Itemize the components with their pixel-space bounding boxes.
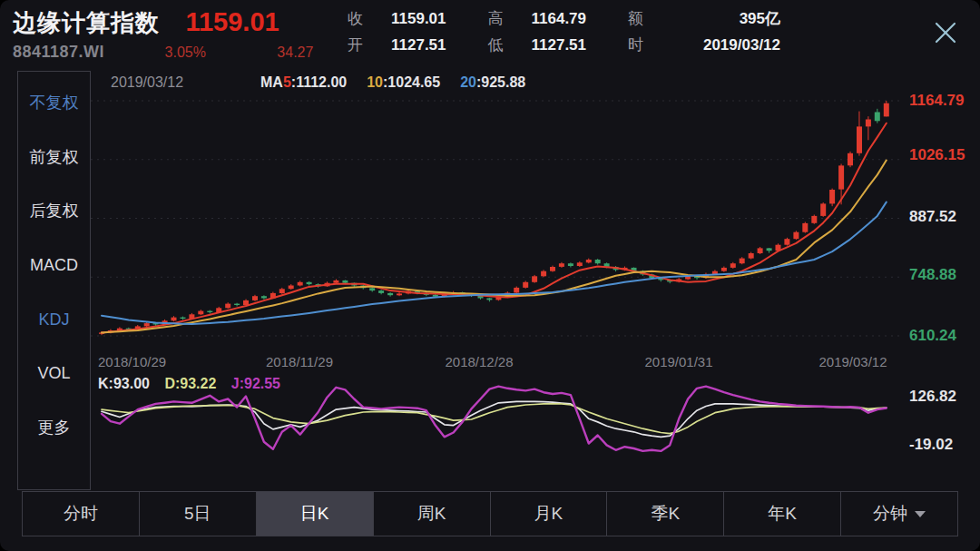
tab-yearly-k[interactable]: 年K (723, 492, 840, 536)
y-axis-label: 1026.15 (909, 146, 980, 164)
kdj-axis-label-max: 126.82 (909, 388, 980, 406)
kdj-axis-label-min: -19.02 (909, 436, 980, 454)
x-axis-date: 2019/01/31 (644, 354, 712, 369)
tab-minutes[interactable]: 分钟 (840, 492, 957, 536)
stat-value: 1127.51 (532, 35, 587, 55)
cursor-date: 2019/03/12 (111, 74, 183, 91)
kdj-legend: K:93.00 D:93.22 J:92.55 (98, 376, 291, 392)
sidebar-item-no-adjust[interactable]: 不复权 (18, 92, 90, 113)
tab-label: 月K (534, 502, 564, 526)
sidebar-item-vol[interactable]: VOL (18, 362, 90, 384)
sidebar: 不复权 前复权 后复权 MACD KDJ VOL 更多 (17, 71, 91, 490)
stat-label: 开 (348, 35, 391, 55)
sidebar-item-more[interactable]: 更多 (18, 417, 90, 438)
index-code: 8841187.WI (13, 43, 104, 61)
ma5-num: 5 (283, 74, 291, 90)
kdj-j-value: J:92.55 (231, 376, 280, 391)
stat-label: 低 (488, 35, 532, 55)
ma20-num: 20 (460, 74, 476, 90)
stat-time: 时 2019/03/12 (628, 35, 780, 55)
close-icon (934, 21, 957, 44)
tab-quarterly-k[interactable]: 季K (606, 492, 723, 536)
x-axis-date: 2018/10/29 (98, 354, 166, 369)
subtitle-row: 8841187.WI 3.05% 34.27 (13, 43, 313, 62)
stat-value: 1127.51 (391, 35, 446, 55)
ma5-prefix: MA (260, 74, 283, 90)
tab-label: 季K (651, 502, 680, 526)
y-axis-label-high: 1164.79 (909, 92, 980, 110)
tab-label: 分钟 (873, 502, 907, 526)
tab-label: 分时 (64, 502, 98, 526)
stock-chart-screen: 边缘计算指数 1159.01 8841187.WI 3.05% 34.27 收 … (0, 0, 980, 551)
last-price: 1159.01 (185, 7, 279, 36)
stat-close: 收 1159.01 (348, 9, 446, 29)
tab-label: 5日 (184, 502, 211, 526)
chart-legend-bar: 2019/03/12 MA5:1112.0010:1024.6520:925.8… (0, 74, 980, 93)
x-axis-date: 2019/03/12 (818, 354, 887, 369)
tab-5day[interactable]: 5日 (139, 492, 256, 536)
stat-value: 1164.79 (532, 9, 587, 29)
ma10-value: :1024.65 (383, 74, 440, 90)
tab-label: 年K (768, 502, 797, 526)
sidebar-item-kdj[interactable]: KDJ (18, 309, 90, 330)
y-axis-label: 748.88 (909, 266, 980, 284)
change-percent: 3.05% (165, 44, 206, 60)
tab-label: 日K (300, 502, 329, 526)
tab-intraday[interactable]: 分时 (23, 492, 139, 536)
ma5-value: :1112.00 (291, 74, 347, 90)
title-row: 边缘计算指数 1159.01 (13, 7, 279, 39)
stat-value: 2019/03/12 (671, 35, 780, 55)
stats-col-high-low: 高 1164.79 低 1127.51 (488, 9, 587, 55)
stat-amount: 额 395亿 (628, 9, 780, 29)
tab-daily-k[interactable]: 日K (256, 492, 373, 536)
stat-low: 低 1127.51 (488, 35, 587, 55)
sidebar-item-macd[interactable]: MACD (18, 254, 90, 276)
ma-legend: MA5:1112.0010:1024.6520:925.88 (260, 74, 525, 91)
chevron-down-icon (915, 511, 926, 517)
stat-value: 1159.01 (391, 9, 446, 29)
stat-value: 395亿 (671, 9, 780, 29)
stat-label: 收 (348, 9, 391, 29)
index-title: 边缘计算指数 (13, 9, 160, 36)
tab-weekly-k[interactable]: 周K (373, 492, 490, 536)
x-axis-date: 2018/12/28 (445, 354, 513, 369)
stat-high: 高 1164.79 (488, 9, 587, 29)
stat-label: 额 (628, 9, 671, 29)
stat-label: 时 (628, 35, 671, 55)
header: 边缘计算指数 1159.01 8841187.WI 3.05% 34.27 收 … (0, 0, 980, 69)
tab-monthly-k[interactable]: 月K (490, 492, 607, 536)
y-axis-label-low: 610.24 (909, 327, 980, 345)
change-absolute: 34.27 (277, 44, 313, 60)
x-axis-date: 2018/11/29 (266, 354, 333, 369)
close-button[interactable] (924, 13, 967, 53)
tab-label: 周K (417, 502, 446, 526)
kdj-d-value: D:93.22 (164, 376, 216, 391)
ma20-value: :925.88 (476, 74, 525, 90)
stats-col-close-open: 收 1159.01 开 1127.51 (348, 9, 446, 55)
stat-open: 开 1127.51 (348, 35, 446, 55)
sidebar-item-forward-adjust[interactable]: 前复权 (18, 146, 90, 168)
sidebar-item-backward-adjust[interactable]: 后复权 (18, 200, 90, 221)
quote-stats: 收 1159.01 开 1127.51 高 1164.79 低 1127.51 (348, 9, 780, 55)
kdj-k-value: K:93.00 (98, 376, 150, 391)
period-tabbar: 分时 5日 日K 周K 月K 季K 年K 分钟 (22, 491, 958, 536)
y-axis-label: 887.52 (909, 208, 980, 226)
ma10-num: 10 (367, 74, 383, 90)
stats-col-amount-time: 额 395亿 时 2019/03/12 (628, 9, 780, 55)
stat-label: 高 (488, 9, 532, 29)
